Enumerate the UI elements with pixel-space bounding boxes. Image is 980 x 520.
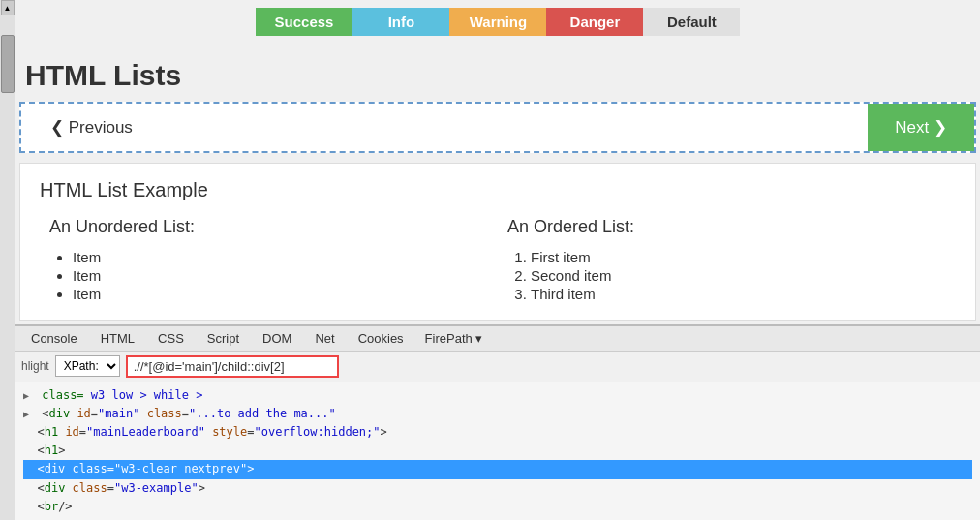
button-bar: Success Info Warning Danger Default	[15, 0, 980, 44]
warning-button[interactable]: Warning	[449, 8, 546, 36]
firepath-label: FirePath ▾	[425, 331, 483, 346]
highlight-label: hlight	[21, 359, 49, 373]
example-box: HTML List Example An Unordered List: Ite…	[19, 163, 976, 321]
tab-console[interactable]: Console	[19, 326, 89, 351]
lists-container: An Unordered List: Item Item Item An Ord…	[40, 217, 956, 304]
scroll-thumb[interactable]	[1, 35, 15, 93]
main-content: Success Info Warning Danger Default HTML…	[15, 0, 980, 520]
devtools-code: ▶ class= w3 low > while > ▶ <div id="mai…	[15, 382, 980, 520]
list-item: Item	[73, 249, 488, 265]
danger-button[interactable]: Danger	[546, 8, 643, 36]
list-item: First item	[531, 249, 946, 265]
tab-cookies[interactable]: Cookies	[347, 326, 415, 351]
xpath-select[interactable]: XPath:	[55, 355, 120, 377]
success-button[interactable]: Success	[256, 8, 353, 36]
devtools-tabs: Console HTML CSS Script DOM Net Cookies …	[15, 326, 980, 352]
tab-dom[interactable]: DOM	[251, 326, 303, 351]
next-button[interactable]: Next ❯	[868, 104, 974, 151]
xpath-bar: hlight XPath:	[15, 352, 980, 382]
list-item: Item	[73, 267, 488, 284]
list-item: Item	[73, 286, 488, 302]
tab-net[interactable]: Net	[303, 326, 346, 351]
unordered-list-section: An Unordered List: Item Item Item	[40, 217, 498, 304]
tab-html[interactable]: HTML	[89, 326, 146, 351]
code-line: ▶ class= w3 low > while >	[23, 386, 972, 405]
ordered-list: First item Second item Third item	[507, 249, 946, 302]
example-title: HTML List Example	[40, 179, 956, 201]
tab-script[interactable]: Script	[196, 326, 251, 351]
list-item: Second item	[531, 267, 946, 284]
default-button[interactable]: Default	[643, 8, 740, 36]
ordered-list-section: An Ordered List: First item Second item …	[498, 217, 956, 304]
unordered-list-heading: An Unordered List:	[49, 217, 488, 237]
code-line: <div class="w3-example">	[23, 479, 972, 498]
xpath-input[interactable]	[126, 355, 339, 378]
tab-firepath[interactable]: FirePath ▾	[415, 326, 493, 351]
unordered-list: Item Item Item	[49, 249, 488, 302]
nav-bar: ❮ Previous Next ❯	[19, 102, 976, 153]
code-line-highlighted: <div class="w3-clear nextprev">	[23, 460, 972, 478]
list-item: Third item	[531, 286, 946, 302]
previous-button[interactable]: ❮ Previous	[21, 104, 162, 151]
info-button[interactable]: Info	[352, 8, 449, 36]
ordered-list-heading: An Ordered List:	[507, 217, 946, 237]
devtools-panel: Console HTML CSS Script DOM Net Cookies …	[15, 324, 980, 520]
page-title: HTML Lists	[25, 44, 980, 102]
scroll-up-arrow[interactable]: ▲	[1, 0, 15, 15]
tab-css[interactable]: CSS	[146, 326, 196, 351]
code-line: <h1>	[23, 442, 972, 460]
code-line: ▶ <div id="main" class="...to add the ma…	[23, 405, 972, 423]
code-line: <h1 id="mainLeaderboard" style="overflow…	[23, 423, 972, 442]
code-line: <br/>	[23, 498, 972, 516]
scrollbar[interactable]: ▲	[0, 0, 15, 520]
